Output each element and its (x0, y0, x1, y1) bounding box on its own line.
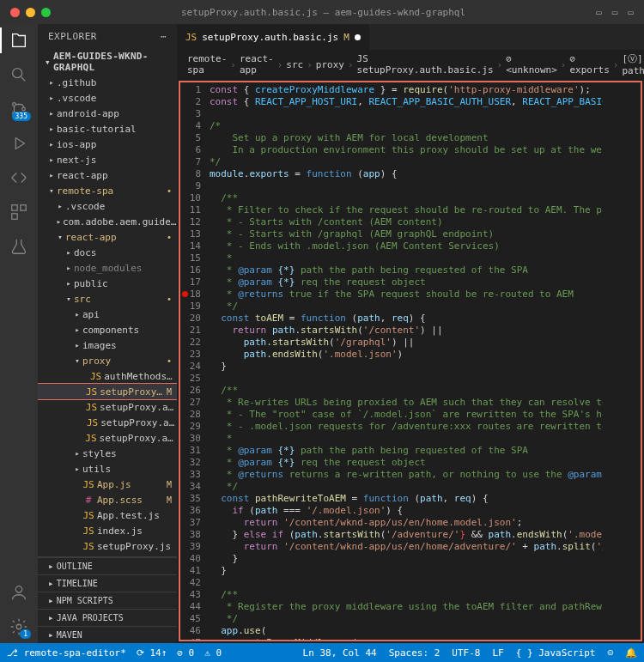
folder-item[interactable]: ▸api (38, 307, 177, 322)
panel-timeline[interactable]: ▸TIMELINE (38, 574, 177, 592)
file-item[interactable]: JSauthMethods.js (38, 368, 177, 384)
file-item[interactable]: JSApp.jsM (38, 477, 177, 492)
js-file-icon: JS (185, 32, 197, 43)
file-item[interactable]: JSsetupProxy.auth.basic.jsM (38, 384, 177, 399)
folder-item[interactable]: ▸basic-tutorial (38, 121, 177, 137)
svg-rect-5 (21, 205, 26, 210)
layout-toggle-icon[interactable]: ▭ (596, 7, 602, 18)
debug-icon[interactable] (9, 134, 28, 153)
window-title: setupProxy.auth.basic.js — aem-guides-wk… (181, 7, 465, 18)
line-gutter: 1234567891011121314151617181920212223242… (180, 82, 210, 640)
svg-point-3 (22, 107, 26, 111)
minimap[interactable] (603, 82, 641, 640)
activity-bar: 335 1 (0, 24, 38, 643)
file-item[interactable]: JSsetupProxy.auth.none.js (38, 415, 177, 430)
title-actions: ▭ ▭ ▭ (596, 7, 634, 18)
sidebar: EXPLORER ⋯ ▾AEM-GUIDES-WKND-GRAPHQL ▸.gi… (38, 24, 177, 643)
sidebar-panels: ▸OUTLINE▸TIMELINE▸NPM SCRIPTS▸JAVA PROJE… (38, 556, 177, 643)
editor-area: JS setupProxy.auth.basic.js M remote-spa… (177, 24, 644, 643)
language-mode[interactable]: { } JavaScript (516, 647, 596, 659)
titlebar: setupProxy.auth.basic.js — aem-guides-wk… (0, 0, 644, 24)
panel-toggle-icon[interactable]: ▭ (612, 7, 618, 18)
folder-item[interactable]: ▾react-app• (38, 229, 177, 245)
extensions-icon[interactable] (9, 203, 28, 222)
sidebar-toggle-icon[interactable]: ▭ (628, 7, 634, 18)
file-item[interactable]: #App.scssM (38, 492, 177, 507)
folder-item[interactable]: ▸images (38, 337, 177, 353)
window-controls (10, 8, 51, 17)
code-editor[interactable]: 1234567891011121314151617181920212223242… (179, 81, 642, 641)
folder-item[interactable]: ▸ios-app (38, 137, 177, 152)
folder-item[interactable]: ▾proxy• (38, 353, 177, 368)
warnings-count[interactable]: ⚠ 0 (204, 647, 222, 659)
testing-icon[interactable] (9, 237, 28, 256)
source-control-icon[interactable]: 335 (9, 100, 28, 118)
editor-tabs: JS setupProxy.auth.basic.js M (177, 24, 644, 50)
project-title[interactable]: ▾AEM-GUIDES-WKND-GRAPHQL (38, 49, 177, 75)
svg-point-8 (16, 624, 21, 629)
explorer-icon[interactable] (9, 31, 28, 50)
svg-point-1 (13, 103, 16, 106)
errors-count[interactable]: ⊘ 0 (177, 647, 194, 659)
file-tree: ▸.github▸.vscode▸android-app▸basic-tutor… (38, 75, 177, 556)
folder-item[interactable]: ▸.vscode (38, 90, 177, 106)
svg-point-0 (13, 69, 22, 78)
remote-icon[interactable] (9, 168, 28, 187)
panel-java-projects[interactable]: ▸JAVA PROJECTS (38, 609, 177, 626)
dirty-indicator-icon (355, 34, 361, 40)
maximize-window-icon[interactable] (41, 8, 51, 17)
search-icon[interactable] (9, 65, 28, 84)
indent[interactable]: Spaces: 2 (389, 647, 440, 659)
folder-item[interactable]: ▸com.adobe.aem.guides.wkn... (38, 214, 177, 229)
settings-icon[interactable]: 1 (9, 617, 28, 636)
panel-maven[interactable]: ▸MAVEN (38, 626, 177, 643)
code-content[interactable]: const { createProxyMiddleware } = requir… (210, 82, 603, 640)
more-icon[interactable]: ⋯ (161, 31, 167, 42)
folder-item[interactable]: ▸node_modules (38, 260, 177, 276)
tab-active[interactable]: JS setupProxy.auth.basic.js M (177, 24, 370, 50)
breadcrumbs[interactable]: remote-spa›react-app›src›proxy›JS setupP… (177, 50, 644, 79)
settings-badge: 1 (20, 629, 31, 639)
folder-item[interactable]: ▸styles (38, 446, 177, 461)
sidebar-header: EXPLORER ⋯ (38, 24, 177, 49)
file-item[interactable]: JSsetupProxy.auth.service-toke... (38, 430, 177, 446)
close-window-icon[interactable] (10, 8, 20, 17)
status-bar: ⎇ remote-spa-editor* ⟳ 14↑ ⊘ 0 ⚠ 0 Ln 38… (0, 643, 644, 662)
folder-item[interactable]: ▸next-js (38, 152, 177, 167)
minimize-window-icon[interactable] (26, 8, 35, 17)
folder-item[interactable]: ▸utils (38, 461, 177, 477)
encoding[interactable]: UTF-8 (452, 647, 480, 659)
panel-npm-scripts[interactable]: ▸NPM SCRIPTS (38, 592, 177, 609)
file-item[interactable]: JSsetupProxy.auth.dev-token.js (38, 399, 177, 415)
git-sync[interactable]: ⟳ 14↑ (137, 647, 167, 659)
notifications-icon[interactable]: 🔔 (625, 647, 637, 659)
folder-item[interactable]: ▸docs (38, 245, 177, 260)
svg-rect-4 (12, 205, 17, 210)
file-item[interactable]: JSApp.test.js (38, 507, 177, 523)
panel-outline[interactable]: ▸OUTLINE (38, 557, 177, 574)
eol[interactable]: LF (492, 647, 503, 659)
svg-rect-6 (12, 214, 17, 219)
folder-item[interactable]: ▸.github (38, 75, 177, 90)
file-item[interactable]: JSsetupProxy.js (38, 538, 177, 554)
folder-item[interactable]: ▸components (38, 322, 177, 337)
git-branch[interactable]: ⎇ remote-spa-editor* (7, 647, 126, 659)
folder-item[interactable]: ▸public (38, 276, 177, 291)
folder-item[interactable]: ▸.vscode (38, 198, 177, 214)
cursor-position[interactable]: Ln 38, Col 44 (303, 647, 377, 659)
folder-item[interactable]: ▸android-app (38, 106, 177, 121)
folder-item[interactable]: ▾remote-spa• (38, 183, 177, 198)
folder-item[interactable]: ▾src• (38, 291, 177, 307)
account-icon[interactable] (9, 583, 28, 602)
folder-item[interactable]: ▸react-app (38, 167, 177, 183)
svg-point-7 (15, 586, 21, 592)
file-item[interactable]: JSindex.js (38, 523, 177, 538)
feedback-icon[interactable]: ☺ (607, 647, 613, 659)
